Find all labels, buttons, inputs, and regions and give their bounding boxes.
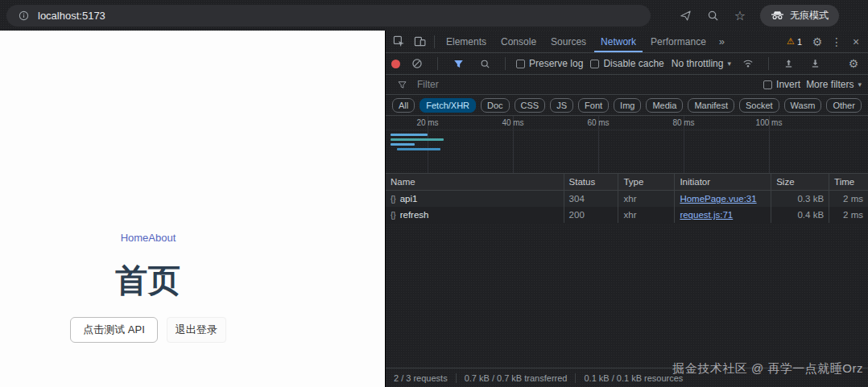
filter-input[interactable] xyxy=(417,79,758,90)
request-initiator-cell: request.js:71 xyxy=(675,207,771,223)
invert-checkbox[interactable]: Invert xyxy=(763,79,800,90)
error-warning-badge[interactable]: ⚠ 1 xyxy=(782,36,807,47)
preserve-log-checkbox[interactable]: Preserve log xyxy=(516,58,583,69)
checkbox-icon xyxy=(763,80,772,89)
request-type: xhr xyxy=(618,207,675,223)
import-har-icon[interactable] xyxy=(779,54,799,73)
chip-all[interactable]: All xyxy=(392,98,415,113)
url-text: localhost:5173 xyxy=(38,10,105,22)
disable-cache-checkbox[interactable]: Disable cache xyxy=(590,58,663,69)
chip-css[interactable]: CSS xyxy=(515,98,546,113)
request-initiator-cell: HomePage.vue:31 xyxy=(675,191,771,207)
search-icon[interactable] xyxy=(705,8,720,23)
bookmark-star-icon[interactable]: ☆ xyxy=(733,8,747,23)
tab-console[interactable]: Console xyxy=(494,31,543,52)
network-settings-icon[interactable]: ⚙ xyxy=(845,57,862,70)
requests-table-header: Name Status Type Initiator Size Time xyxy=(386,174,868,191)
requests-empty-area xyxy=(386,223,868,368)
overview-activity-bar xyxy=(391,138,444,141)
tab-performance[interactable]: Performance xyxy=(644,31,713,52)
request-status: 200 xyxy=(564,207,619,223)
search-network-icon[interactable] xyxy=(475,54,494,73)
tab-network[interactable]: Network xyxy=(594,31,643,52)
tab-sources[interactable]: Sources xyxy=(544,31,593,52)
checkbox-icon xyxy=(590,60,599,68)
inspect-element-icon[interactable] xyxy=(389,32,408,51)
nav-link-home[interactable]: Home xyxy=(121,232,149,244)
column-header-status[interactable]: Status xyxy=(564,174,619,190)
tab-elements[interactable]: Elements xyxy=(440,31,493,52)
logout-button[interactable]: 退出登录 xyxy=(167,317,226,343)
test-api-button[interactable]: 点击测试 API xyxy=(70,317,158,343)
chip-font[interactable]: Font xyxy=(578,98,609,113)
xhr-braces-icon: {} xyxy=(391,195,396,204)
more-filters-label: More filters xyxy=(806,79,854,90)
initiator-link[interactable]: HomePage.vue:31 xyxy=(680,194,756,204)
warning-count: 1 xyxy=(797,37,802,47)
throttling-value: No throttling xyxy=(672,58,724,69)
chip-manifest[interactable]: Manifest xyxy=(688,98,734,113)
page-buttons: 点击测试 API 退出登录 xyxy=(0,317,296,343)
chip-wasm[interactable]: Wasm xyxy=(784,98,822,113)
export-har-icon[interactable] xyxy=(806,54,825,73)
throttling-select[interactable]: No throttling ▾ xyxy=(672,58,731,69)
chip-doc[interactable]: Doc xyxy=(481,98,510,113)
request-time: 2 ms xyxy=(829,191,868,207)
device-toolbar-icon[interactable] xyxy=(410,32,429,51)
network-filterbar: Invert More filters ▾ xyxy=(386,75,868,95)
resources-summary: 0.1 kB / 0.1 kB resources xyxy=(584,373,683,383)
chip-socket[interactable]: Socket xyxy=(739,98,779,113)
tick-label: 80 ms xyxy=(672,118,694,127)
incognito-label: 无痕模式 xyxy=(790,9,829,23)
column-header-initiator[interactable]: Initiator xyxy=(675,174,771,190)
warning-icon: ⚠ xyxy=(787,36,795,47)
divider xyxy=(434,35,435,48)
web-page: HomeAbout 首页 点击测试 API 退出登录 xyxy=(0,31,385,387)
chip-js[interactable]: JS xyxy=(550,98,573,113)
record-network-icon[interactable] xyxy=(391,60,400,68)
request-name-cell: {} api1 xyxy=(386,191,564,207)
chip-fetch-xhr[interactable]: Fetch/XHR xyxy=(420,98,476,113)
request-name-cell: {} refresh xyxy=(386,207,564,223)
chip-other[interactable]: Other xyxy=(826,98,862,113)
devtools-panel: Elements Console Sources Network Perform… xyxy=(385,31,868,387)
devtools-menu-icon[interactable]: ⋮ xyxy=(828,35,845,48)
filter-funnel-icon xyxy=(392,75,411,94)
request-row[interactable]: {} api1 304 xhr HomePage.vue:31 0.3 kB 2… xyxy=(386,191,868,207)
chip-img[interactable]: Img xyxy=(614,98,641,113)
url-bar[interactable]: localhost:5173 xyxy=(6,5,651,27)
incognito-icon xyxy=(771,10,784,20)
checkbox-icon xyxy=(516,60,525,68)
nav-link-about[interactable]: About xyxy=(148,232,176,244)
column-header-size[interactable]: Size xyxy=(771,174,829,190)
devtools-settings-icon[interactable]: ⚙ xyxy=(808,35,826,48)
share-icon[interactable] xyxy=(678,8,692,23)
filter-toggle-icon[interactable] xyxy=(448,54,468,73)
column-header-time[interactable]: Time xyxy=(829,174,868,190)
more-filters-button[interactable]: More filters ▾ xyxy=(806,79,862,90)
request-name: refresh xyxy=(400,210,429,220)
overview-activity-bar xyxy=(397,148,440,150)
request-status: 304 xyxy=(564,191,619,207)
requests-count: 2 / 3 requests xyxy=(394,373,448,383)
router-nav: HomeAbout xyxy=(0,232,296,244)
chip-media[interactable]: Media xyxy=(646,98,683,113)
request-row[interactable]: {} refresh 200 xhr request.js:71 0.4 kB … xyxy=(386,207,868,223)
devtools-close-icon[interactable]: × xyxy=(847,35,865,48)
request-name: api1 xyxy=(400,194,418,204)
network-conditions-icon[interactable] xyxy=(738,54,758,73)
column-header-name[interactable]: Name xyxy=(386,174,564,190)
column-header-type[interactable]: Type xyxy=(618,174,675,190)
incognito-badge[interactable]: 无痕模式 xyxy=(760,5,839,27)
ruler-line xyxy=(386,130,868,130)
invert-label: Invert xyxy=(776,79,800,90)
more-tabs-icon[interactable]: » xyxy=(714,35,730,47)
preserve-log-label: Preserve log xyxy=(529,58,583,69)
request-type-chips: All Fetch/XHR Doc CSS JS Font Img Media … xyxy=(386,95,868,116)
site-info-icon[interactable] xyxy=(16,8,31,23)
overview-activity-bar xyxy=(391,134,428,136)
clear-network-icon[interactable] xyxy=(407,54,427,73)
network-overview-timeline[interactable]: 20 ms 40 ms 60 ms 80 ms 100 ms xyxy=(386,116,868,174)
tick-label: 40 ms xyxy=(502,118,523,127)
initiator-link[interactable]: request.js:71 xyxy=(680,210,733,220)
